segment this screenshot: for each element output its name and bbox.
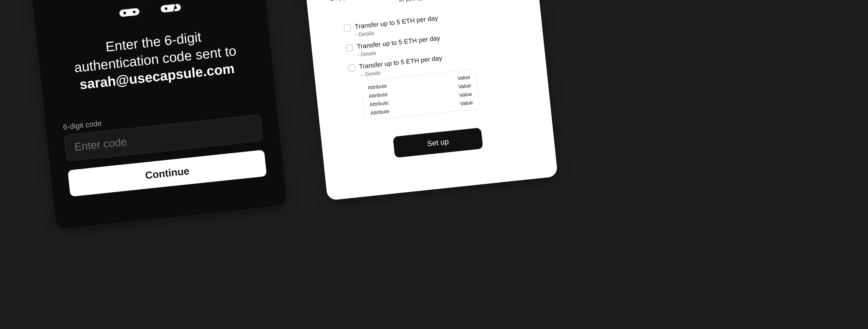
app-portal-link[interactable]: App Portal xyxy=(417,0,445,1)
attribute-key: Attribute xyxy=(369,100,389,108)
svg-rect-18 xyxy=(160,3,182,13)
details-label: Details xyxy=(360,50,376,58)
permission-checkbox[interactable] xyxy=(348,64,356,72)
details-label: Details xyxy=(358,30,374,37)
attribute-key: Attribute xyxy=(367,83,387,91)
permission-checkbox[interactable] xyxy=(346,44,353,52)
permission-checkbox[interactable] xyxy=(344,24,351,32)
auth-card: Capsule xyxy=(27,0,287,229)
attribute-value: Value xyxy=(457,74,470,81)
permissions-card: ✳︎ LENS Lens is requesting access to par… xyxy=(298,0,558,200)
setup-button[interactable]: Set up xyxy=(393,128,483,158)
attribute-key: Attribute xyxy=(368,91,388,99)
attribute-key: Attribute xyxy=(370,108,390,116)
attribute-value: Value xyxy=(460,99,473,107)
chevron-down-icon: ⌄ xyxy=(360,72,364,77)
auth-title: Enter the 6-digit authentication code se… xyxy=(54,23,256,96)
chevron-right-icon: › xyxy=(358,52,360,57)
attribute-value: Value xyxy=(458,82,471,90)
permission-list: Transfer up to 5 ETH per day › Details T… xyxy=(331,6,528,123)
details-label: Details xyxy=(365,70,381,77)
permission-item: Transfer up to 5 ETH per day ⌄ Details A… xyxy=(348,46,528,122)
chevron-right-icon: › xyxy=(356,32,358,37)
details-panel: Attribute Value Attribute Value Attribut… xyxy=(361,69,480,121)
attribute-value: Value xyxy=(459,91,472,98)
